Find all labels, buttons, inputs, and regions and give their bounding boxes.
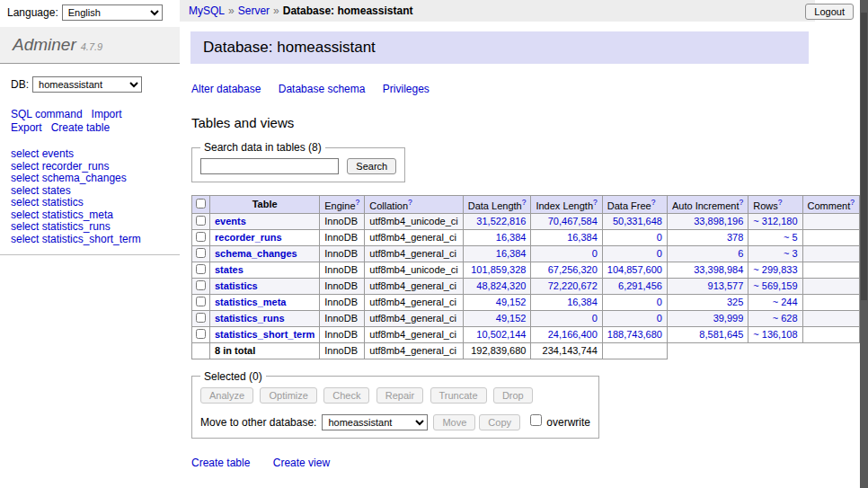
create-view-link[interactable]: Create view — [273, 457, 330, 469]
index-length-link[interactable]: 16,384 — [567, 297, 598, 307]
rows-count-link[interactable]: ~ 136,108 — [753, 329, 797, 340]
auto-increment-link[interactable]: 6 — [738, 248, 743, 259]
row-select-checkbox[interactable] — [196, 297, 206, 306]
data-free-link[interactable]: 188,743,680 — [607, 329, 662, 340]
import-link[interactable]: Import — [92, 108, 122, 120]
help-icon[interactable]: ? — [593, 198, 598, 207]
check-button[interactable]: Check — [323, 387, 369, 404]
auto-increment-link[interactable]: 33,398,984 — [694, 264, 743, 275]
index-length-link[interactable]: 24,166,400 — [548, 329, 598, 340]
index-length-link[interactable]: 70,467,584 — [548, 216, 598, 226]
table-name-link[interactable]: statistics — [215, 280, 258, 291]
create-table-link[interactable]: Create table — [191, 457, 250, 469]
scrollbar-thumb[interactable] — [861, 13, 867, 300]
rows-count-link[interactable]: ~ 5 — [784, 232, 798, 243]
export-link[interactable]: Export — [11, 121, 42, 134]
drop-button[interactable]: Drop — [493, 387, 533, 404]
rows-count-link[interactable]: ~ 569,159 — [753, 280, 797, 291]
rows-count-link[interactable]: ~ 299,833 — [753, 264, 797, 275]
analyze-button[interactable]: Analyze — [200, 387, 253, 404]
table-name-link[interactable]: states — [215, 264, 244, 275]
language-select[interactable]: English — [62, 4, 163, 21]
search-input[interactable] — [200, 158, 339, 174]
help-icon[interactable]: ? — [522, 198, 527, 207]
index-length-link[interactable]: 0 — [592, 313, 598, 324]
privileges-link[interactable]: Privileges — [383, 83, 430, 95]
data-free-link[interactable]: 0 — [657, 313, 662, 324]
breadcrumb-mysql-link[interactable]: MySQL — [189, 4, 225, 17]
data-length-link[interactable]: 31,522,816 — [476, 216, 526, 226]
data-length-link[interactable]: 49,152 — [496, 313, 527, 324]
row-select-checkbox[interactable] — [196, 280, 206, 290]
index-length-link[interactable]: 0 — [592, 248, 598, 259]
table-name-link[interactable]: recorder_runs — [215, 232, 282, 243]
index-length-link[interactable]: 16,384 — [567, 232, 598, 243]
auto-increment-link[interactable]: 325 — [727, 297, 743, 307]
help-icon[interactable]: ? — [740, 198, 744, 207]
rows-count-link[interactable]: ~ 244 — [773, 297, 798, 307]
data-length-link[interactable]: 48,824,320 — [476, 280, 526, 291]
logout-button[interactable]: Logout — [805, 4, 854, 20]
table-name-link[interactable]: statistics_short_term — [215, 329, 314, 340]
table-name-link[interactable]: schema_changes — [215, 248, 297, 259]
rows-count-link[interactable]: ~ 312,180 — [753, 216, 797, 226]
table-name-link[interactable]: events — [215, 216, 246, 226]
breadcrumb-server-link[interactable]: Server — [238, 4, 270, 17]
copy-button[interactable]: Copy — [479, 414, 520, 430]
optimize-button[interactable]: Optimize — [260, 387, 316, 404]
help-icon[interactable]: ? — [778, 198, 783, 207]
help-icon[interactable]: ? — [850, 198, 855, 207]
row-select-checkbox[interactable] — [196, 216, 206, 226]
sidebar-item-select-schema-changes[interactable]: select schema_changes — [11, 173, 169, 185]
row-select-checkbox[interactable] — [196, 264, 206, 274]
move-button[interactable]: Move — [433, 414, 475, 430]
select-all-checkbox[interactable] — [196, 199, 206, 209]
search-button[interactable]: Search — [347, 158, 396, 174]
help-icon[interactable]: ? — [356, 198, 360, 207]
data-free-link[interactable]: 50,331,648 — [613, 216, 662, 226]
database-schema-link[interactable]: Database schema — [279, 83, 366, 95]
data-length-link[interactable]: 16,384 — [496, 232, 527, 243]
data-free-link[interactable]: 0 — [657, 297, 662, 307]
sidebar-item-select-statistics-short-term[interactable]: select statistics_short_term — [11, 234, 169, 246]
repair-button[interactable]: Repair — [376, 387, 423, 404]
sql-command-link[interactable]: SQL command — [11, 108, 83, 120]
db-select[interactable]: homeassistant — [32, 76, 142, 93]
auto-increment-link[interactable]: 33,898,196 — [694, 216, 743, 226]
vertical-scrollbar[interactable] — [860, 0, 868, 488]
sidebar-item-select-statistics-runs[interactable]: select statistics_runs — [11, 221, 169, 234]
truncate-button[interactable]: Truncate — [430, 387, 487, 404]
auto-increment-link[interactable]: 913,577 — [708, 280, 744, 291]
table-name-link[interactable]: statistics_runs — [215, 313, 285, 324]
data-length-link[interactable]: 101,859,328 — [471, 264, 526, 275]
data-free-link[interactable]: 6,291,456 — [618, 280, 662, 291]
row-select-checkbox[interactable] — [196, 329, 206, 339]
data-free-link[interactable]: 104,857,600 — [607, 264, 662, 275]
data-length-link[interactable]: 16,384 — [496, 248, 527, 259]
sidebar-item-select-recorder-runs[interactable]: select recorder_runs — [11, 161, 169, 173]
overwrite-checkbox[interactable] — [530, 414, 542, 426]
data-length-link[interactable]: 10,502,144 — [476, 329, 526, 340]
auto-increment-link[interactable]: 8,581,645 — [699, 329, 743, 340]
auto-increment-link[interactable]: 39,999 — [713, 313, 744, 324]
index-length-link[interactable]: 67,256,320 — [548, 264, 598, 275]
move-database-select[interactable]: homeassistant — [322, 414, 428, 430]
sidebar-item-select-events[interactable]: select events — [11, 148, 169, 161]
help-icon[interactable]: ? — [651, 198, 656, 207]
sidebar-item-select-states[interactable]: select states — [11, 185, 169, 198]
sidebar-item-select-statistics[interactable]: select statistics — [11, 197, 169, 209]
table-name-link[interactable]: statistics_meta — [215, 297, 287, 307]
rows-count-link[interactable]: ~ 628 — [773, 313, 798, 324]
data-length-link[interactable]: 49,152 — [496, 297, 527, 307]
index-length-link[interactable]: 72,220,672 — [548, 280, 598, 291]
alter-database-link[interactable]: Alter database — [191, 83, 261, 95]
rows-count-link[interactable]: ~ 3 — [784, 248, 798, 259]
create-table-link-sidebar[interactable]: Create table — [51, 121, 110, 134]
data-free-link[interactable]: 0 — [657, 248, 662, 259]
row-select-checkbox[interactable] — [196, 248, 206, 258]
data-free-link[interactable]: 0 — [657, 232, 662, 243]
row-select-checkbox[interactable] — [196, 232, 206, 242]
auto-increment-link[interactable]: 378 — [727, 232, 743, 243]
row-select-checkbox[interactable] — [196, 313, 206, 323]
help-icon[interactable]: ? — [408, 198, 412, 207]
